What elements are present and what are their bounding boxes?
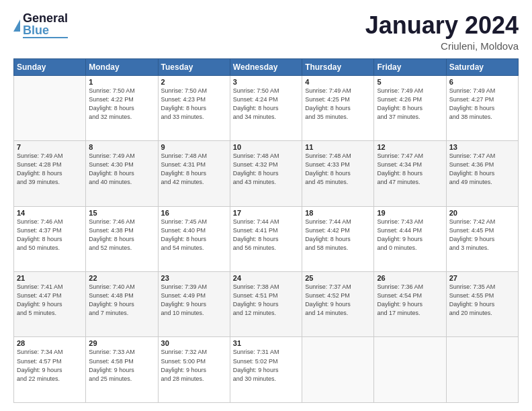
calendar-cell: 9Sunrise: 7:48 AM Sunset: 4:31 PM Daylig… [158,141,230,206]
calendar-cell [302,337,374,403]
day-info: Sunrise: 7:35 AM Sunset: 4:55 PM Dayligh… [449,283,515,318]
calendar-cell: 16Sunrise: 7:45 AM Sunset: 4:40 PM Dayli… [158,206,230,271]
calendar-cell: 17Sunrise: 7:44 AM Sunset: 4:41 PM Dayli… [230,206,302,271]
calendar-cell: 7Sunrise: 7:49 AM Sunset: 4:28 PM Daylig… [14,141,86,206]
calendar-cell: 8Sunrise: 7:49 AM Sunset: 4:30 PM Daylig… [86,141,158,206]
header: General Blue January 2024 Criuleni, Mold… [13,12,519,52]
calendar-header-friday: Friday [374,58,446,75]
day-info: Sunrise: 7:46 AM Sunset: 4:37 PM Dayligh… [17,218,83,253]
calendar-week-row: 14Sunrise: 7:46 AM Sunset: 4:37 PM Dayli… [14,206,519,271]
day-number: 27 [449,274,515,282]
calendar-header-monday: Monday [86,58,158,75]
calendar-cell: 23Sunrise: 7:39 AM Sunset: 4:49 PM Dayli… [158,272,230,337]
calendar-cell: 22Sunrise: 7:40 AM Sunset: 4:48 PM Dayli… [86,272,158,337]
calendar-cell: 4Sunrise: 7:49 AM Sunset: 4:25 PM Daylig… [302,75,374,140]
day-number: 28 [17,339,83,347]
calendar-cell: 13Sunrise: 7:47 AM Sunset: 4:36 PM Dayli… [446,141,518,206]
calendar-cell: 12Sunrise: 7:47 AM Sunset: 4:34 PM Dayli… [374,141,446,206]
day-number: 26 [377,274,443,282]
calendar-header-tuesday: Tuesday [158,58,230,75]
calendar-table: SundayMondayTuesdayWednesdayThursdayFrid… [13,58,519,403]
day-number: 30 [161,339,227,347]
day-info: Sunrise: 7:47 AM Sunset: 4:34 PM Dayligh… [377,152,443,187]
calendar-week-row: 21Sunrise: 7:41 AM Sunset: 4:47 PM Dayli… [14,272,519,337]
day-number: 22 [89,274,154,282]
day-number: 15 [89,209,154,217]
day-info: Sunrise: 7:49 AM Sunset: 4:30 PM Dayligh… [89,152,154,187]
day-info: Sunrise: 7:36 AM Sunset: 4:54 PM Dayligh… [377,283,443,318]
calendar-week-row: 1Sunrise: 7:50 AM Sunset: 4:22 PM Daylig… [14,75,519,140]
calendar-header-saturday: Saturday [446,58,518,75]
day-number: 3 [233,78,299,86]
logo-triangle-icon [13,19,20,32]
calendar-week-row: 28Sunrise: 7:34 AM Sunset: 4:57 PM Dayli… [14,337,519,403]
page-title: January 2024 [365,12,519,39]
day-number: 17 [233,209,299,217]
calendar-header-sunday: Sunday [14,58,86,75]
day-info: Sunrise: 7:34 AM Sunset: 4:57 PM Dayligh… [17,348,83,383]
day-info: Sunrise: 7:44 AM Sunset: 4:41 PM Dayligh… [233,218,299,253]
calendar-header-wednesday: Wednesday [230,58,302,75]
day-info: Sunrise: 7:42 AM Sunset: 4:45 PM Dayligh… [449,218,515,253]
day-number: 9 [161,143,227,151]
calendar-cell: 3Sunrise: 7:50 AM Sunset: 4:24 PM Daylig… [230,75,302,140]
logo: General Blue [13,12,68,38]
day-number: 8 [89,143,154,151]
day-info: Sunrise: 7:43 AM Sunset: 4:44 PM Dayligh… [377,218,443,253]
day-info: Sunrise: 7:45 AM Sunset: 4:40 PM Dayligh… [161,218,227,253]
logo-words: General Blue [23,12,68,38]
day-info: Sunrise: 7:49 AM Sunset: 4:27 PM Dayligh… [449,87,515,122]
calendar-cell: 10Sunrise: 7:48 AM Sunset: 4:32 PM Dayli… [230,141,302,206]
calendar-cell: 19Sunrise: 7:43 AM Sunset: 4:44 PM Dayli… [374,206,446,271]
calendar-cell: 18Sunrise: 7:44 AM Sunset: 4:42 PM Dayli… [302,206,374,271]
calendar-cell: 31Sunrise: 7:31 AM Sunset: 5:02 PM Dayli… [230,337,302,403]
day-info: Sunrise: 7:39 AM Sunset: 4:49 PM Dayligh… [161,283,227,318]
day-number: 13 [449,143,515,151]
calendar-cell: 20Sunrise: 7:42 AM Sunset: 4:45 PM Dayli… [446,206,518,271]
calendar-header-row: SundayMondayTuesdayWednesdayThursdayFrid… [14,58,519,75]
calendar-cell: 30Sunrise: 7:32 AM Sunset: 5:00 PM Dayli… [158,337,230,403]
day-info: Sunrise: 7:49 AM Sunset: 4:28 PM Dayligh… [17,152,83,187]
day-info: Sunrise: 7:44 AM Sunset: 4:42 PM Dayligh… [305,218,371,253]
day-number: 25 [305,274,371,282]
calendar-week-row: 7Sunrise: 7:49 AM Sunset: 4:28 PM Daylig… [14,141,519,206]
calendar-cell: 28Sunrise: 7:34 AM Sunset: 4:57 PM Dayli… [14,337,86,403]
calendar-cell: 15Sunrise: 7:46 AM Sunset: 4:38 PM Dayli… [86,206,158,271]
day-number: 31 [233,339,299,347]
day-number: 7 [17,143,83,151]
day-number: 2 [161,78,227,86]
day-number: 20 [449,209,515,217]
calendar-cell [14,75,86,140]
day-number: 4 [305,78,371,86]
calendar-cell: 1Sunrise: 7:50 AM Sunset: 4:22 PM Daylig… [86,75,158,140]
calendar-cell: 2Sunrise: 7:50 AM Sunset: 4:23 PM Daylig… [158,75,230,140]
day-number: 12 [377,143,443,151]
day-number: 24 [233,274,299,282]
calendar-header-thursday: Thursday [302,58,374,75]
calendar-cell: 24Sunrise: 7:38 AM Sunset: 4:51 PM Dayli… [230,272,302,337]
day-info: Sunrise: 7:32 AM Sunset: 5:00 PM Dayligh… [161,348,227,383]
calendar-cell: 14Sunrise: 7:46 AM Sunset: 4:37 PM Dayli… [14,206,86,271]
day-number: 18 [305,209,371,217]
calendar-cell: 5Sunrise: 7:49 AM Sunset: 4:26 PM Daylig… [374,75,446,140]
calendar-cell: 21Sunrise: 7:41 AM Sunset: 4:47 PM Dayli… [14,272,86,337]
page: General Blue January 2024 Criuleni, Mold… [0,0,532,411]
calendar-cell: 11Sunrise: 7:48 AM Sunset: 4:33 PM Dayli… [302,141,374,206]
day-info: Sunrise: 7:46 AM Sunset: 4:38 PM Dayligh… [89,218,154,253]
calendar-cell [374,337,446,403]
day-number: 11 [305,143,371,151]
day-info: Sunrise: 7:50 AM Sunset: 4:23 PM Dayligh… [161,87,227,122]
day-info: Sunrise: 7:31 AM Sunset: 5:02 PM Dayligh… [233,348,299,383]
calendar-cell: 29Sunrise: 7:33 AM Sunset: 4:58 PM Dayli… [86,337,158,403]
logo-underline [23,37,68,38]
calendar-cell: 27Sunrise: 7:35 AM Sunset: 4:55 PM Dayli… [446,272,518,337]
day-number: 5 [377,78,443,86]
day-number: 1 [89,78,154,86]
day-info: Sunrise: 7:37 AM Sunset: 4:52 PM Dayligh… [305,283,371,318]
day-info: Sunrise: 7:48 AM Sunset: 4:32 PM Dayligh… [233,152,299,187]
day-number: 10 [233,143,299,151]
logo-general-text: General [23,12,68,24]
day-info: Sunrise: 7:38 AM Sunset: 4:51 PM Dayligh… [233,283,299,318]
day-info: Sunrise: 7:33 AM Sunset: 4:58 PM Dayligh… [89,348,154,383]
day-info: Sunrise: 7:49 AM Sunset: 4:25 PM Dayligh… [305,87,371,122]
